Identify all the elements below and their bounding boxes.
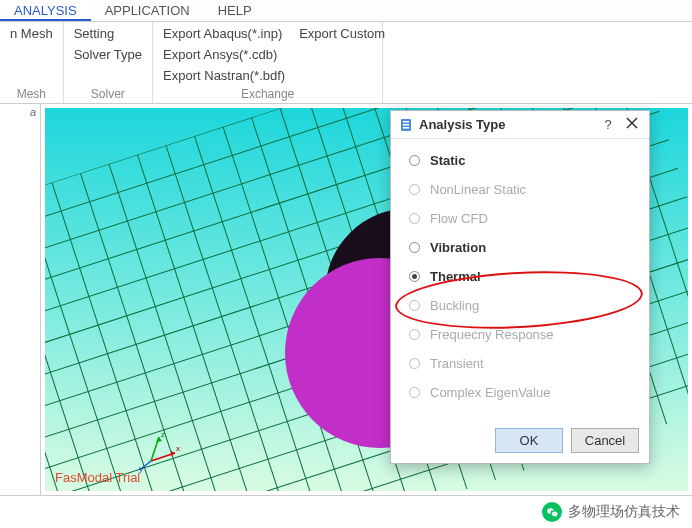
viewport-watermark: FasModal Trial (55, 470, 140, 485)
radio-frequecny-response: Frequecny Response (409, 327, 631, 342)
radio-flow-cfd: Flow CFD (409, 211, 631, 226)
footer-text: 多物理场仿真技术 (568, 503, 680, 521)
menu-bar: ANALYSIS APPLICATION HELP (0, 0, 692, 22)
svg-rect-48 (403, 124, 409, 126)
ribbon-item-setting[interactable]: Setting (74, 26, 142, 41)
radio-buckling: Buckling (409, 298, 631, 313)
dialog-help-button[interactable]: ? (599, 117, 617, 132)
ribbon-item-mesh-partial[interactable]: n Mesh (10, 26, 53, 41)
svg-rect-49 (403, 127, 409, 129)
axis-triad: x z y (141, 431, 181, 471)
ribbon-item-export-abaqus[interactable]: Export Abaqus(*.inp) (163, 26, 285, 41)
radio-indicator[interactable] (409, 271, 420, 282)
ribbon-group-mesh: n Mesh Mesh (0, 22, 64, 103)
ribbon-group-solver: Setting Solver Type Solver (64, 22, 153, 103)
cancel-button[interactable]: Cancel (571, 428, 639, 453)
ribbon-item-export-nastran[interactable]: Export Nastran(*.bdf) (163, 68, 285, 83)
dialog-footer: OK Cancel (391, 420, 649, 463)
radio-indicator (409, 184, 420, 195)
radio-label: Thermal (430, 269, 631, 284)
radio-indicator[interactable] (409, 242, 420, 253)
ribbon-item-solver-type[interactable]: Solver Type (74, 47, 142, 62)
radio-label: Frequecny Response (430, 327, 631, 342)
wechat-icon (542, 502, 562, 522)
radio-nonlinear-static: NonLinear Static (409, 182, 631, 197)
svg-text:z: z (161, 430, 165, 439)
ok-button[interactable]: OK (495, 428, 563, 453)
radio-indicator (409, 387, 420, 398)
radio-indicator[interactable] (409, 155, 420, 166)
radio-label: Flow CFD (430, 211, 631, 226)
ribbon-item-export-custom[interactable]: Export Custom (299, 26, 385, 41)
side-panel-corner-label: a (30, 106, 36, 118)
radio-label: Buckling (430, 298, 631, 313)
dialog-close-button[interactable] (623, 117, 641, 132)
dialog-icon (399, 118, 413, 132)
radio-transient: Transient (409, 356, 631, 371)
svg-line-15 (45, 210, 96, 491)
svg-line-17 (45, 192, 153, 491)
menu-analysis[interactable]: ANALYSIS (0, 0, 91, 21)
radio-label: Transient (430, 356, 631, 371)
svg-line-16 (45, 201, 125, 491)
svg-line-14 (45, 220, 68, 491)
menu-help[interactable]: HELP (204, 0, 266, 21)
svg-line-22 (166, 145, 296, 491)
dialog-body: StaticNonLinear StaticFlow CFDVibrationT… (391, 139, 649, 420)
svg-text:x: x (176, 444, 180, 453)
dialog-titlebar[interactable]: Analysis Type ? (391, 111, 649, 139)
ribbon-group-label: Exchange (163, 85, 372, 101)
close-icon (626, 117, 638, 129)
radio-label: Vibration (430, 240, 631, 255)
ribbon-group-label: Solver (74, 85, 142, 101)
ribbon-item-export-ansys[interactable]: Export Ansys(*.cdb) (163, 47, 285, 62)
radio-label: Complex EigenValue (430, 385, 631, 400)
radio-vibration[interactable]: Vibration (409, 240, 631, 255)
radio-complex-eigenvalue: Complex EigenValue (409, 385, 631, 400)
ribbon-group-exchange: Export Abaqus(*.inp) Export Ansys(*.cdb)… (153, 22, 383, 103)
ribbon: n Mesh Mesh Setting Solver Type Solver E… (0, 22, 692, 104)
radio-indicator (409, 300, 420, 311)
ribbon-group-label: Mesh (10, 85, 53, 101)
radio-indicator (409, 358, 420, 369)
analysis-type-dialog: Analysis Type ? StaticNonLinear StaticFl… (390, 110, 650, 464)
footer: 多物理场仿真技术 (0, 496, 692, 528)
radio-label: Static (430, 153, 631, 168)
radio-static[interactable]: Static (409, 153, 631, 168)
radio-label: NonLinear Static (430, 182, 631, 197)
dialog-title: Analysis Type (419, 117, 593, 132)
radio-indicator (409, 329, 420, 340)
side-panel: a (0, 104, 41, 495)
svg-rect-47 (403, 121, 409, 123)
radio-thermal[interactable]: Thermal (409, 269, 631, 284)
menu-application[interactable]: APPLICATION (91, 0, 204, 21)
radio-indicator (409, 213, 420, 224)
